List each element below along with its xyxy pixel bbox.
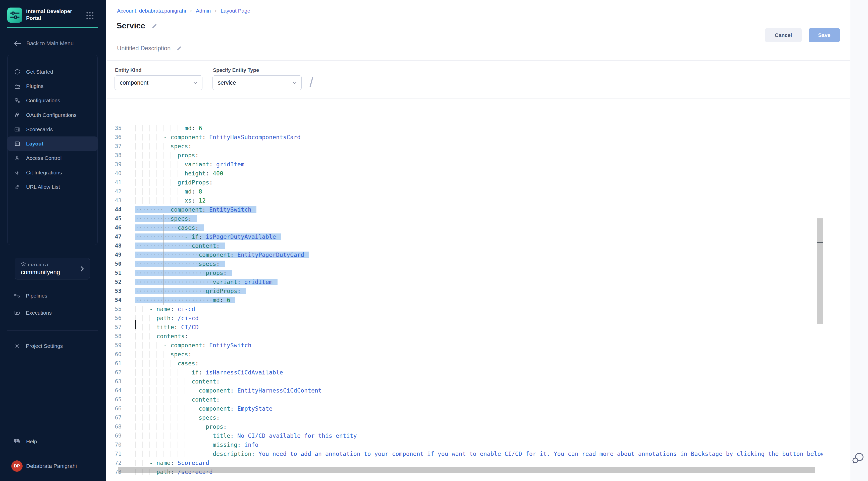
save-button[interactable]: Save — [809, 28, 840, 42]
line-number[interactable]: 66 — [107, 404, 122, 413]
code-line[interactable]: 63 content: — [107, 377, 823, 386]
line-number[interactable]: 40 — [107, 169, 122, 178]
code-line[interactable]: 40 height: 400 — [107, 169, 823, 178]
line-number[interactable]: 69 — [107, 431, 122, 440]
sidebar-item-configurations[interactable]: Configurations — [7, 93, 97, 108]
line-number[interactable]: 72 — [107, 458, 122, 468]
line-number[interactable]: 63 — [107, 377, 122, 386]
code-line[interactable]: 41 gridProps: — [107, 178, 823, 187]
code-line[interactable]: 69 title: No CI/CD available for this en… — [107, 431, 823, 440]
code-line[interactable]: 65 - content: — [107, 395, 823, 404]
line-number[interactable]: 54 — [107, 296, 122, 305]
line-number[interactable]: 53 — [107, 287, 122, 296]
sidebar-item-get-started[interactable]: Get Started — [7, 65, 97, 79]
line-number[interactable]: 61 — [107, 359, 122, 368]
line-number[interactable]: 37 — [107, 142, 122, 151]
code-line[interactable]: 54······················md: 6 — [107, 296, 823, 305]
code-line[interactable]: 52······················variant: gridIte… — [107, 277, 823, 287]
sidebar-item-project-settings[interactable]: Project Settings — [7, 339, 98, 353]
line-number[interactable]: 50 — [107, 259, 122, 268]
code-line[interactable]: 35 md: 6 — [107, 124, 823, 133]
edit-description-pencil-icon[interactable] — [176, 46, 182, 51]
code-line[interactable]: 62 - if: isHarnessCiCdAvailable — [107, 368, 823, 377]
cancel-button[interactable]: Cancel — [765, 28, 802, 42]
sidebar-item-plugins[interactable]: Plugins — [7, 79, 97, 93]
support-chat-icon[interactable] — [852, 451, 865, 465]
line-number[interactable]: 43 — [107, 196, 122, 205]
line-number[interactable]: 51 — [107, 268, 122, 277]
line-number[interactable]: 67 — [107, 413, 122, 422]
edit-title-pencil-icon[interactable] — [151, 23, 157, 29]
code-line[interactable]: 42 md: 8 — [107, 187, 823, 196]
sidebar-item-executions[interactable]: Executions — [7, 304, 98, 322]
line-number[interactable]: 49 — [107, 250, 122, 259]
sidebar-item-git-integrations[interactable]: Git Integrations — [7, 166, 97, 180]
line-number[interactable]: 47 — [107, 232, 122, 241]
code-line[interactable]: 49··················component: EntityPag… — [107, 250, 823, 259]
code-line[interactable]: 61 cases: — [107, 359, 823, 368]
code-line[interactable]: 71 description: You need to add an annot… — [107, 449, 823, 458]
line-number[interactable]: 48 — [107, 241, 122, 250]
line-number[interactable]: 56 — [107, 313, 122, 323]
line-number[interactable]: 52 — [107, 277, 122, 287]
back-to-main-menu[interactable]: Back to Main Menu — [14, 40, 73, 47]
horizontal-scrollbar[interactable] — [118, 467, 815, 473]
harness-idp-logo-icon[interactable] — [7, 7, 22, 23]
line-number[interactable]: 68 — [107, 422, 122, 431]
code-line[interactable]: 67 specs: — [107, 413, 823, 422]
code-line[interactable]: 50··················specs: — [107, 259, 823, 268]
line-number[interactable]: 42 — [107, 187, 122, 196]
code-line[interactable]: 66 component: EmptyState — [107, 404, 823, 413]
sidebar-item-access-control[interactable]: Access Control — [7, 151, 97, 166]
module-switcher-icon[interactable] — [86, 11, 94, 20]
line-number[interactable]: 64 — [107, 386, 122, 395]
line-number[interactable]: 44 — [107, 205, 122, 214]
line-number[interactable]: 59 — [107, 341, 122, 350]
line-number[interactable]: 71 — [107, 449, 122, 458]
line-number[interactable]: 45 — [107, 214, 122, 223]
code-line[interactable]: 53····················gridProps: — [107, 287, 823, 296]
entity-type-select[interactable]: service — [213, 76, 302, 90]
line-number[interactable]: 35 — [107, 124, 122, 133]
yaml-editor[interactable]: 35 md: 636 - component: EntityHasSubcomp… — [107, 115, 823, 481]
code-line[interactable]: 55 - name: ci-cd — [107, 305, 823, 313]
sidebar-item-url-allow-list[interactable]: URL Allow List — [7, 180, 97, 194]
line-number[interactable]: 62 — [107, 368, 122, 377]
line-number[interactable]: 38 — [107, 151, 122, 160]
entity-kind-select[interactable]: component — [115, 76, 203, 90]
code-line[interactable]: 36 - component: EntityHasSubcomponentsCa… — [107, 133, 823, 142]
vertical-scrollbar[interactable] — [817, 218, 823, 324]
code-line[interactable]: 44········- component: EntitySwitch — [107, 205, 823, 214]
project-selector[interactable]: PROJECT communityeng — [15, 258, 90, 279]
code-line[interactable]: 64 component: EntityHarnessCiCdContent — [107, 386, 823, 395]
code-line[interactable]: 68 props: — [107, 422, 823, 431]
code-line[interactable]: 45··········specs: — [107, 214, 823, 223]
sidebar-item-oauth-configurations[interactable]: OAuth Configurations — [7, 108, 97, 122]
code-line[interactable]: 46············cases: — [107, 223, 823, 232]
code-line[interactable]: 56 path: /ci-cd — [107, 313, 823, 323]
sidebar-item-layout[interactable]: Layout — [7, 137, 97, 151]
line-number[interactable]: 65 — [107, 395, 122, 404]
code-line[interactable]: 48················content: — [107, 241, 823, 250]
line-number[interactable]: 57 — [107, 323, 122, 332]
code-line[interactable]: 43 xs: 12 — [107, 196, 823, 205]
line-number[interactable]: 41 — [107, 178, 122, 187]
line-number[interactable]: 46 — [107, 223, 122, 232]
line-number[interactable]: 36 — [107, 133, 122, 142]
code-line[interactable]: 72 - name: Scorecard — [107, 458, 823, 468]
sidebar-item-pipelines[interactable]: Pipelines — [7, 287, 98, 304]
user-menu[interactable]: DP Debabrata Panigrahi — [11, 460, 77, 472]
code-line[interactable]: 58 contents: — [107, 332, 823, 341]
sidebar-item-help[interactable]: ? Help — [7, 434, 98, 449]
code-line[interactable]: 59 - component: EntitySwitch — [107, 341, 823, 350]
code-line[interactable]: 37 specs: — [107, 142, 823, 151]
breadcrumb-item[interactable]: Account: debabrata.panigrahi — [117, 8, 186, 14]
line-number[interactable]: 39 — [107, 160, 122, 169]
code-line[interactable]: 60 specs: — [107, 350, 823, 359]
code-line[interactable]: 39 variant: gridItem — [107, 160, 823, 169]
line-number[interactable]: 58 — [107, 332, 122, 341]
line-number[interactable]: 60 — [107, 350, 122, 359]
line-number[interactable]: 55 — [107, 305, 122, 313]
code-line[interactable]: 70 missing: info — [107, 440, 823, 449]
line-number[interactable]: 70 — [107, 440, 122, 449]
